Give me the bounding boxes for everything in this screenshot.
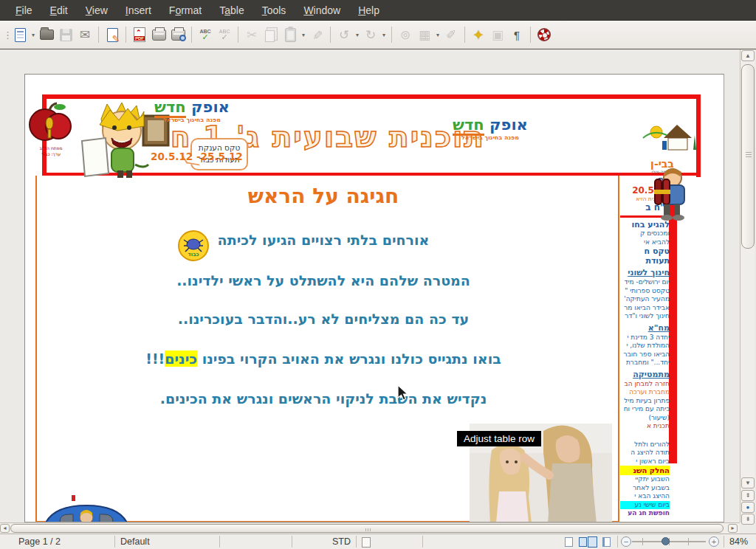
insert-table-button[interactable]: ▦ <box>415 25 434 44</box>
sidebar-line: מהעיר העתיקה' <box>620 295 670 304</box>
body-line-5: נקדיש את השבת לניקוי הראשים ונגרש את הכי… <box>35 390 611 407</box>
menu-help[interactable]: Help <box>350 1 388 19</box>
hyperlink-icon: ⊚ <box>400 29 410 41</box>
auto-spellcheck-button[interactable]: ABC✓ <box>215 25 234 44</box>
sidebar-line: השבוע יתקיי <box>620 475 670 484</box>
draw-functions-button[interactable]: ✐ <box>441 25 461 44</box>
previous-page-button[interactable]: ⇞ <box>741 490 755 501</box>
spellcheck-icon: ABC✓ <box>199 29 210 41</box>
print-button[interactable] <box>149 25 168 44</box>
paste-icon <box>285 28 296 42</box>
export-pdf-icon: ⌃PDF <box>134 27 145 42</box>
horizontal-scrollbar-thumb[interactable] <box>10 524 724 533</box>
article-title: חגיגה על הראש <box>35 184 611 208</box>
zoom-slider-handle[interactable] <box>662 537 670 545</box>
multi-page-view-button[interactable] <box>579 537 587 547</box>
new-document-button[interactable] <box>10 25 30 44</box>
sidebar-spacer <box>620 431 670 441</box>
page-preview-button[interactable] <box>168 25 188 44</box>
undo-dropdown[interactable]: ▾ <box>354 32 361 38</box>
scroll-down-button[interactable]: ▼ <box>741 477 755 488</box>
pilcrow-icon: ¶ <box>514 30 520 41</box>
paste-button[interactable] <box>281 25 300 44</box>
selection-mode-field[interactable]: STD <box>332 536 351 547</box>
mouse-cursor <box>397 384 410 402</box>
zoom-level-field[interactable]: 84% <box>729 536 748 547</box>
hyperlink-button[interactable]: ⊚ <box>396 25 415 44</box>
sidebar-line: בשבוע לאחר <box>620 484 670 493</box>
cut-icon: ✂ <box>247 29 257 41</box>
table-icon: ▦ <box>419 29 430 41</box>
louse-badge-icon: כבוד <box>176 229 210 262</box>
save-icon <box>60 29 72 41</box>
menu-table[interactable]: Table <box>211 1 252 19</box>
scroll-right-button[interactable]: ▸ <box>728 524 738 533</box>
gallery-icon: ▣ <box>492 29 504 41</box>
document-modified-icon[interactable] <box>362 537 371 548</box>
sidebar-link-math[interactable]: מתמטיקה <box>620 369 670 380</box>
standard-toolbar: ⋮ ▾ ✉ ✎ ⌃PDF ABC✓ ABC✓ ✂ ▾ ✎ ↺ ▾ ↻ ▾ ⊚ ▦… <box>0 21 756 49</box>
next-page-button[interactable]: ⇟ <box>741 514 755 525</box>
open-button[interactable] <box>37 25 56 44</box>
navigation-button[interactable]: ● <box>741 502 755 513</box>
new-document-dropdown[interactable]: ▾ <box>30 32 37 38</box>
sidebar-line: אבידר הביאו מר <box>620 304 670 313</box>
sidebar-line: טקס ח <box>620 246 670 256</box>
edit-file-button[interactable]: ✎ <box>103 25 122 44</box>
scroll-up-button[interactable]: ▲ <box>741 50 755 61</box>
content-right-border <box>618 176 619 522</box>
sidebar-line: להורים ולתל <box>620 441 670 449</box>
document-page[interactable]: תוכנית שבועית ג' 1 ח מפתח הל"ב ערך: כבוד <box>24 74 724 522</box>
help-button[interactable] <box>535 25 554 44</box>
tooltip-adjust-table-row: Adjust table row <box>457 431 541 446</box>
zoom-out-button[interactable]: − <box>621 536 631 547</box>
moses-tablets-clipart <box>39 495 134 522</box>
sidebar-line: הביאו ספר חובר <box>620 351 670 359</box>
menu-format[interactable]: Format <box>161 1 210 19</box>
scroll-left-button[interactable]: ◂ <box>0 524 10 533</box>
menu-file[interactable]: File <box>7 1 41 19</box>
menu-tools[interactable]: Tools <box>254 1 295 19</box>
gallery-button[interactable]: ▣ <box>488 25 507 44</box>
sidebar-line: תודה להיצג ה <box>620 449 670 458</box>
save-button[interactable] <box>56 25 75 44</box>
zoom-in-button[interactable]: + <box>709 536 719 547</box>
book-view-button[interactable] <box>602 537 611 547</box>
menu-edit[interactable]: Edit <box>42 1 76 19</box>
vertical-scrollbar-thumb[interactable] <box>741 64 755 249</box>
redo-dropdown[interactable]: ▾ <box>380 32 388 38</box>
format-paintbrush-button[interactable]: ✎ <box>307 25 326 44</box>
page-style-field[interactable]: Default <box>120 536 150 547</box>
sidebar-line: תעודת <box>620 256 670 266</box>
menu-insert[interactable]: Insert <box>117 1 159 19</box>
horizontal-scrollbar[interactable]: ◂ ▸ <box>0 522 740 534</box>
formatting-marks-button[interactable]: ¶ <box>507 25 526 44</box>
page-count-field[interactable]: Page 1 / 2 <box>18 536 61 547</box>
undo-icon: ↺ <box>339 29 349 41</box>
apple-caption: מפתח הל"ב ערך: כבוד <box>27 145 75 157</box>
copy-button[interactable] <box>261 25 281 44</box>
edit-file-icon: ✎ <box>107 28 118 42</box>
toolbar-grip[interactable]: ⋮ <box>3 30 10 41</box>
navigator-star-icon: ✦ <box>472 28 484 42</box>
sidebar-link-hinuch-leshoni[interactable]: חינוך לשוני <box>620 267 670 278</box>
new-document-icon <box>15 28 26 42</box>
cut-button[interactable]: ✂ <box>242 25 261 44</box>
menu-window[interactable]: Window <box>295 1 348 19</box>
navigator-button[interactable]: ✦ <box>469 25 488 44</box>
email-icon: ✉ <box>80 29 90 41</box>
redo-button[interactable]: ↻ <box>361 25 380 44</box>
body-line-2: המטרה שלהם היא להשתלט על ראשי ילדינו.. <box>35 272 611 289</box>
paste-dropdown[interactable]: ▾ <box>300 32 307 38</box>
lifebuoy-icon <box>537 28 551 41</box>
export-pdf-button[interactable]: ⌃PDF <box>130 25 149 44</box>
zoom-slider[interactable] <box>632 541 706 542</box>
menu-view[interactable]: View <box>78 1 116 19</box>
table-dropdown[interactable]: ▾ <box>434 32 441 38</box>
email-button[interactable]: ✉ <box>75 25 94 44</box>
undo-button[interactable]: ↺ <box>334 25 354 44</box>
vertical-scrollbar[interactable]: ▲ ▼ ⇞ ● ⇟ <box>740 49 755 522</box>
spellcheck-button[interactable]: ABC✓ <box>196 25 215 44</box>
single-page-view-button[interactable] <box>565 537 573 547</box>
sidebar-link-macha[interactable]: מח"א <box>620 322 670 334</box>
